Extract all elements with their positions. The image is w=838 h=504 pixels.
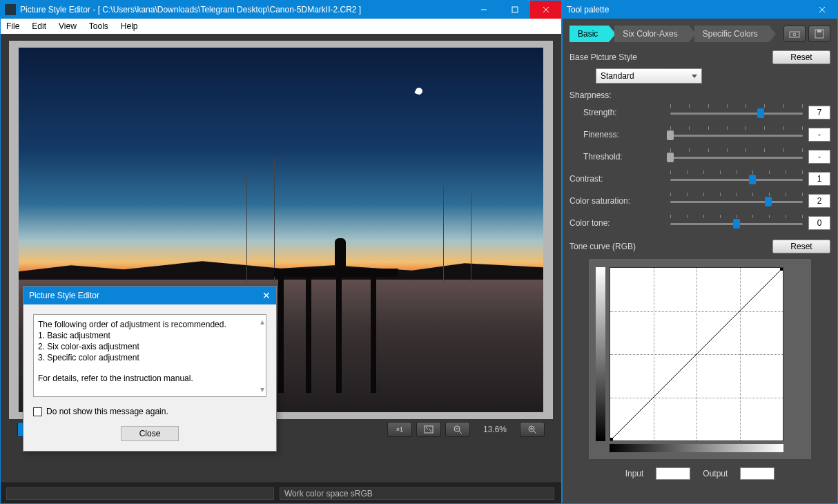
horizontal-gradient [610,444,783,452]
minimize-button[interactable] [468,1,499,19]
close-button[interactable] [530,1,561,19]
main-window: Picture Style Editor - [ C:\Users\kana\D… [0,0,562,504]
maximize-button[interactable] [499,1,530,19]
reset-style-button[interactable]: Reset [772,50,830,64]
zoom-out-button[interactable] [445,422,470,437]
strength-label: Strength: [569,108,670,117]
svg-rect-1 [512,7,518,12]
reset-curve-button[interactable]: Reset [772,240,830,253]
zoom-value: 13.6% [474,425,516,434]
contrast-slider[interactable] [670,171,803,187]
menu-file[interactable]: File [6,21,19,31]
strength-value[interactable]: 7 [808,106,830,119]
menu-view[interactable]: View [59,21,77,31]
contrast-value[interactable]: 1 [808,172,830,186]
threshold-slider[interactable] [670,148,803,165]
input-field[interactable] [656,467,690,480]
tone-value[interactable]: 0 [808,216,830,230]
sharpness-label: Sharpness: [569,90,830,100]
svg-rect-21 [790,32,799,37]
capture-button[interactable] [783,26,806,42]
saturation-slider[interactable] [670,193,803,209]
tab-six-color[interactable]: Six Color-Axes [614,26,688,42]
zoom-in-button[interactable] [520,422,545,437]
dialog-title: Picture Style Editor [29,291,99,300]
tonecurve-label: Tone curve (RGB) [569,242,636,251]
svg-line-13 [459,431,462,434]
svg-rect-9 [425,426,433,433]
base-style-label: Base Picture Style [569,52,637,62]
saturation-label: Color saturation: [569,196,670,206]
input-label: Input [625,469,644,478]
saturation-value[interactable]: 2 [808,194,830,208]
info-dialog: Picture Style Editor ✕ ▴ ▾ The following… [23,286,277,452]
status-colorspace: Work color space sRGB [280,487,554,500]
output-field[interactable] [740,467,774,480]
tone-slider[interactable] [670,215,803,231]
dialog-titlebar: Picture Style Editor ✕ [23,287,276,304]
vertical-gradient [596,267,605,441]
main-title: Picture Style Editor - [ C:\Users\kana\D… [20,5,468,14]
strength-slider[interactable] [670,104,803,121]
fit-1-1-button[interactable]: ×1 [387,422,412,437]
menu-tools[interactable]: Tools [89,21,108,31]
contrast-label: Contrast: [569,174,670,184]
output-label: Output [703,469,728,478]
svg-line-16 [534,431,536,434]
dialog-message: ▴ ▾ The following order of adjustment is… [33,314,266,397]
status-field-1 [6,487,274,500]
svg-rect-27 [780,268,783,271]
svg-line-10 [426,427,428,429]
status-bar: Work color space sRGB [1,483,561,503]
svg-line-11 [429,429,431,432]
dont-show-checkbox[interactable] [33,407,42,416]
image-canvas: Picture Style Editor ✕ ▴ ▾ The following… [1,34,561,483]
tool-palette-window: Tool palette Basic Six Color-Axes Specif… [562,0,838,504]
svg-point-22 [793,33,796,36]
dialog-close-icon[interactable]: ✕ [262,290,271,301]
tone-label: Color tone: [569,218,670,228]
tab-basic[interactable]: Basic [569,26,609,42]
fineness-label: Fineness: [569,130,670,139]
dont-show-label: Do not show this message again. [46,407,168,416]
scroll-down-icon[interactable]: ▾ [260,384,264,395]
save-palette-button[interactable] [808,26,830,42]
scroll-up-icon[interactable]: ▴ [260,316,264,327]
side-title: Tool palette [567,5,806,14]
svg-rect-26 [610,438,613,440]
menubar: File Edit View Tools Help [1,19,561,34]
fineness-value[interactable]: - [808,128,830,142]
tab-specific[interactable]: Specific Colors [694,26,769,42]
menu-edit[interactable]: Edit [32,21,46,31]
tonecurve-grid[interactable] [610,267,783,441]
fineness-slider[interactable] [670,126,803,143]
main-titlebar: Picture Style Editor - [ C:\Users\kana\D… [1,1,561,19]
svg-rect-24 [817,30,821,32]
svg-line-25 [610,268,783,440]
fit-screen-button[interactable] [416,422,441,437]
app-icon [5,4,16,15]
tab-bar: Basic Six Color-Axes Specific Colors [569,26,830,42]
dialog-close-button[interactable]: Close [121,426,179,441]
base-style-select[interactable]: Standard [596,68,702,84]
side-close-button[interactable] [806,1,837,19]
threshold-label: Threshold: [569,152,670,162]
menu-help[interactable]: Help [121,21,138,31]
tonecurve-panel [589,259,811,459]
threshold-value[interactable]: - [808,150,830,164]
